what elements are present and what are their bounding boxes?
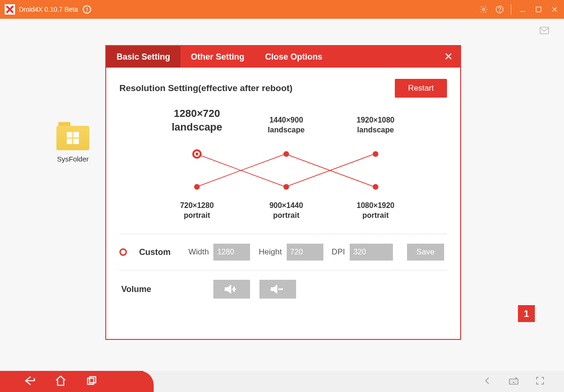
height-input[interactable]: [287, 244, 323, 261]
volume-down-button[interactable]: [259, 280, 296, 299]
home-button[interactable]: [55, 375, 67, 389]
resolution-option-900x1440[interactable]: 900×1440 portrait: [251, 201, 321, 221]
folder-label: SysFolder: [56, 155, 89, 163]
resolution-dot[interactable]: [283, 151, 289, 157]
width-input[interactable]: [213, 244, 250, 261]
resolution-option-1440x900[interactable]: 1440×900 landscape: [251, 115, 321, 135]
save-button[interactable]: Save: [407, 244, 444, 261]
volume-up-button[interactable]: [213, 280, 250, 299]
svg-rect-12: [87, 378, 94, 384]
tab-close-options[interactable]: Close Options: [255, 46, 333, 68]
tab-other-setting[interactable]: Other Setting: [180, 46, 255, 68]
custom-label: Custom: [139, 247, 171, 257]
resolution-option-720x1280[interactable]: 720×1280 portrait: [162, 201, 232, 221]
custom-resolution-row: Custom Width Height DPI Save: [119, 242, 447, 262]
settings-modal: Basic Setting Other Setting Close Option…: [105, 45, 461, 340]
sysfolder-shortcut[interactable]: SysFolder: [56, 122, 89, 163]
notification-badge[interactable]: 1: [518, 305, 535, 322]
divider: [119, 270, 447, 270]
navbar: [0, 371, 564, 392]
desktop: SysFolder Basic Setting Other Setting Cl…: [0, 42, 564, 371]
back-button[interactable]: [24, 375, 36, 389]
svg-rect-7: [540, 27, 548, 34]
folder-icon: [56, 122, 89, 150]
resolution-dot[interactable]: [373, 151, 378, 157]
resolution-dot[interactable]: [373, 184, 378, 190]
dpi-label: DPI: [332, 247, 345, 257]
recent-apps-button[interactable]: [86, 375, 98, 389]
svg-point-0: [483, 8, 485, 11]
help-icon[interactable]: [495, 5, 504, 14]
fullscreen-icon[interactable]: [535, 376, 545, 388]
info-icon[interactable]: !: [83, 5, 91, 14]
resolution-option-1080x1920[interactable]: 1080×1920 portrait: [340, 201, 411, 221]
settings-icon[interactable]: [479, 5, 488, 14]
resolution-dot[interactable]: [283, 184, 289, 190]
resolution-dot[interactable]: [192, 149, 202, 159]
resolution-option-1280x720[interactable]: 1280×720 landscape: [162, 107, 232, 134]
width-label: Width: [188, 247, 209, 257]
resolution-section-title: Resolution Setting(effective after reboo…: [119, 83, 292, 93]
resolution-option-1920x1080[interactable]: 1920×1080 landscape: [340, 115, 411, 135]
chevron-left-icon[interactable]: [482, 376, 493, 388]
svg-point-2: [499, 11, 500, 12]
volume-row: Volume: [119, 278, 447, 300]
resolution-picker: 1280×720 landscape 1440×900 landscape 19…: [119, 107, 447, 224]
app-logo: [5, 4, 15, 15]
custom-radio[interactable]: [119, 248, 127, 256]
svg-rect-13: [90, 377, 96, 383]
resolution-dot[interactable]: [194, 184, 200, 190]
tab-basic-setting[interactable]: Basic Setting: [106, 46, 180, 68]
minimize-button[interactable]: [518, 5, 527, 14]
titlebar: Droid4X 0.10.7 Beta !: [0, 0, 564, 19]
svg-rect-4: [536, 7, 541, 12]
modal-close-icon[interactable]: ✕: [444, 51, 453, 63]
keyboard-icon[interactable]: [509, 376, 519, 388]
mail-icon[interactable]: [539, 25, 550, 36]
maximize-button[interactable]: [534, 5, 543, 14]
topbar: [0, 19, 564, 42]
restart-button[interactable]: Restart: [395, 79, 447, 98]
modal-tabs: Basic Setting Other Setting Close Option…: [106, 46, 460, 68]
volume-label: Volume: [119, 284, 204, 294]
svg-rect-14: [509, 379, 518, 384]
close-button[interactable]: [550, 5, 559, 14]
dpi-input[interactable]: [350, 244, 393, 261]
app-title: Droid4X 0.10.7 Beta: [19, 6, 78, 13]
divider: [119, 234, 447, 234]
height-label: Height: [258, 247, 282, 257]
